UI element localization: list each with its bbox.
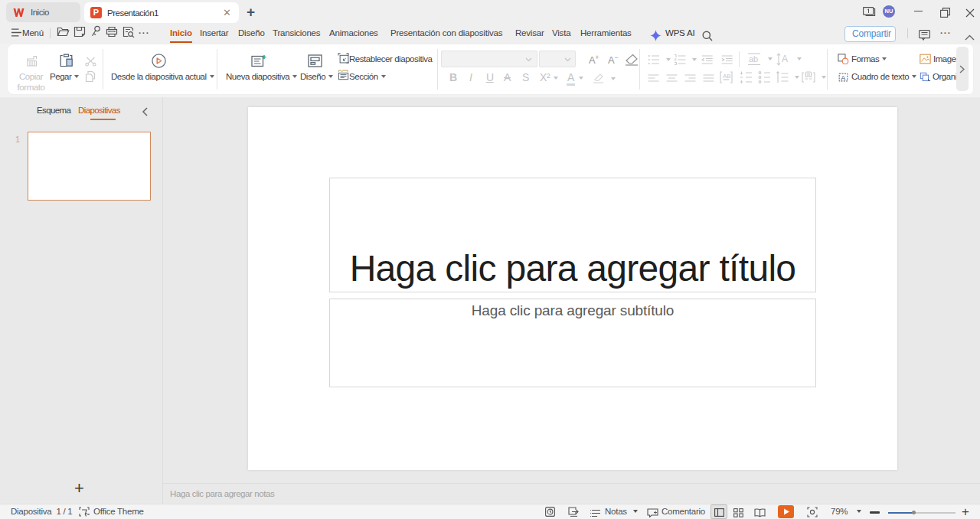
svg-text:ab: ab	[749, 54, 758, 64]
svg-text:A: A	[782, 54, 788, 64]
svg-text:AB: AB	[723, 73, 731, 80]
svg-text:A: A	[841, 74, 846, 82]
